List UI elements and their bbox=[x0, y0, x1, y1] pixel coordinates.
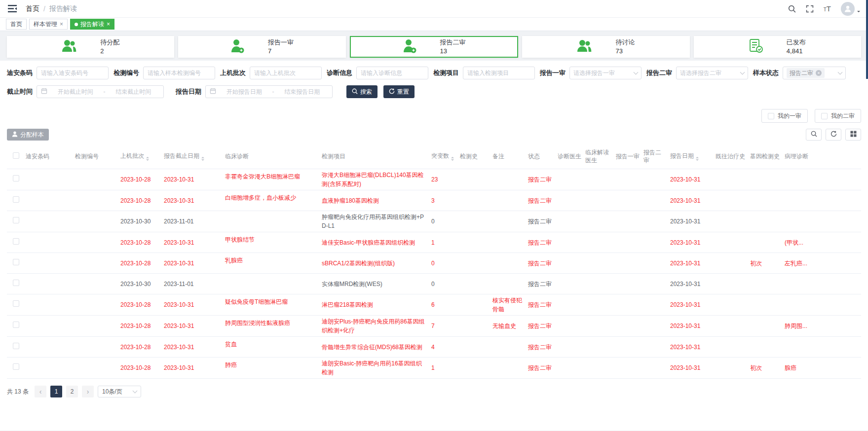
page-button-1[interactable]: 1 bbox=[50, 386, 62, 397]
sort-icon[interactable] bbox=[201, 157, 204, 161]
prev-page-button[interactable]: ‹ bbox=[35, 386, 46, 397]
card-first-review[interactable]: 报告一审7 bbox=[178, 36, 345, 58]
search-icon[interactable] bbox=[788, 5, 796, 13]
row-checkbox[interactable] bbox=[13, 280, 19, 286]
cell-pathology: (甲状... bbox=[783, 232, 861, 253]
column-header-deadline[interactable]: 报告截止日期 bbox=[162, 144, 223, 169]
sort-icon[interactable] bbox=[146, 157, 149, 161]
table-row[interactable]: 2023-10-282023-10-31甲状腺结节迪佳安Basic-甲状腺癌基因… bbox=[7, 232, 861, 253]
my-first-review-label: 我的一审 bbox=[778, 112, 801, 120]
cell-deadline: 2023-10-31 bbox=[162, 169, 223, 190]
cell-project: 血液肿瘤180基因检测 bbox=[320, 190, 429, 211]
my-first-review-button[interactable]: 我的一审 bbox=[761, 109, 808, 123]
deadline-date-range[interactable]: 开始截止时间 - 结束截止时间 bbox=[37, 85, 164, 98]
chevron-down-icon bbox=[634, 70, 639, 75]
row-checkbox[interactable] bbox=[13, 322, 19, 328]
project-input[interactable] bbox=[463, 67, 535, 79]
doctor-icon bbox=[230, 38, 244, 55]
table-row[interactable]: 2023-10-282023-10-31非霍奇金弥漫大B细胞淋巴瘤弥漫大B细胞淋… bbox=[7, 169, 861, 190]
column-header-barcode: 迪安条码 bbox=[24, 144, 73, 169]
cell-test_no bbox=[73, 232, 118, 253]
next-page-button[interactable]: › bbox=[82, 386, 94, 397]
breadcrumb-home[interactable]: 首页 bbox=[26, 4, 39, 13]
scrollbar-thumb[interactable] bbox=[866, 0, 868, 79]
row-checkbox[interactable] bbox=[13, 300, 19, 307]
cell-batch: 2023-10-28 bbox=[118, 190, 162, 211]
test-number-input[interactable] bbox=[143, 67, 215, 79]
card-to-discuss[interactable]: 待讨论73 bbox=[522, 36, 689, 58]
table-row[interactable]: 2023-10-282023-10-31肺周围型浸润性黏液腺癌迪朗安Plus-肺… bbox=[7, 316, 861, 337]
date-start-placeholder: 开始截止时间 bbox=[49, 88, 102, 96]
filter-label: 报告一审 bbox=[540, 69, 566, 77]
cell-deadline: 2023-10-31 bbox=[162, 358, 223, 379]
cell-deadline: 2023-10-31 bbox=[162, 253, 223, 274]
column-header-batch[interactable]: 上机批次 bbox=[118, 144, 162, 169]
diagnosis-input[interactable] bbox=[356, 67, 428, 79]
sort-icon[interactable] bbox=[696, 157, 699, 161]
second-review-select[interactable]: 请选择报告二审 bbox=[676, 67, 748, 79]
table-row[interactable]: 2023-10-282023-10-31肺癌迪朗安Basic-肺癌靶向用药16基… bbox=[7, 358, 861, 379]
row-checkbox[interactable] bbox=[13, 343, 19, 349]
row-checkbox[interactable] bbox=[13, 363, 19, 370]
tab-home[interactable]: 首页 bbox=[6, 19, 27, 30]
cell-remark bbox=[491, 232, 526, 253]
page-button-2[interactable]: 2 bbox=[66, 386, 78, 397]
tab-sample-management[interactable]: 样本管理 × bbox=[29, 19, 68, 30]
cell-pathology bbox=[783, 294, 861, 316]
top-bar: 首页 / 报告解读 TT bbox=[0, 0, 868, 18]
column-header-review2: 报告二审 bbox=[642, 144, 668, 169]
user-menu[interactable] bbox=[841, 2, 860, 16]
batch-input[interactable] bbox=[250, 67, 322, 79]
select-all-checkbox[interactable] bbox=[13, 152, 19, 159]
reset-button[interactable]: 重置 bbox=[383, 85, 415, 98]
font-size-icon[interactable]: TT bbox=[824, 5, 831, 13]
page-size-select[interactable]: 10条/页 bbox=[98, 386, 141, 397]
cell-batch: 2023-10-28 bbox=[118, 337, 162, 358]
tag-close-icon[interactable]: × bbox=[816, 70, 822, 76]
card-to-assign[interactable]: 待分配2 bbox=[7, 36, 174, 58]
row-checkbox[interactable] bbox=[13, 259, 19, 265]
fullscreen-icon[interactable] bbox=[806, 5, 814, 13]
cell-diagnosis bbox=[223, 211, 320, 232]
search-button[interactable]: 搜索 bbox=[346, 85, 377, 98]
sort-icon[interactable] bbox=[451, 157, 454, 161]
row-checkbox[interactable] bbox=[13, 238, 19, 245]
close-icon[interactable]: × bbox=[107, 21, 110, 27]
row-checkbox[interactable] bbox=[13, 196, 19, 203]
column-header-mutations[interactable]: 突变数 bbox=[429, 144, 458, 169]
cell-gene_test_history bbox=[748, 211, 783, 232]
table-columns-button[interactable] bbox=[845, 129, 861, 141]
row-checkbox[interactable] bbox=[13, 217, 19, 223]
close-icon[interactable]: × bbox=[60, 21, 63, 27]
table-row[interactable]: 2023-10-282023-10-31白细胞增多症，血小板减少血液肿瘤180基… bbox=[7, 190, 861, 211]
row-checkbox[interactable] bbox=[13, 175, 19, 181]
collapse-sidebar-icon[interactable] bbox=[8, 5, 17, 12]
table-row[interactable]: 2023-10-282023-10-31乳腺癌sBRCA1/2基因检测(组织版)… bbox=[7, 253, 861, 274]
report-date-range[interactable]: 开始报告日期 - 结束报告日期 bbox=[205, 85, 333, 98]
barcode-input[interactable] bbox=[37, 67, 109, 79]
cell-status: 报告二审 bbox=[526, 358, 556, 379]
table-row[interactable]: 2023-10-282023-10-31贫血骨髓增生异常综合征(MDS)68基因… bbox=[7, 337, 861, 358]
cell-deadline: 2023-10-31 bbox=[162, 316, 223, 337]
table-refresh-button[interactable] bbox=[826, 129, 841, 141]
card-second-review[interactable]: 报告二审13 bbox=[350, 36, 518, 58]
sample-status-select[interactable]: 报告二审 × bbox=[783, 67, 846, 79]
assign-samples-button[interactable]: 分配样本 bbox=[7, 129, 49, 141]
table-row[interactable]: 2023-10-302023-11-01肿瘤靶向免疫化疗用药基因组织检测+PD-… bbox=[7, 211, 861, 232]
cell-checkbox bbox=[7, 358, 24, 379]
total-count: 共 13 条 bbox=[7, 388, 29, 396]
table-row[interactable]: 2023-10-282023-10-31疑似免疫母T细胞淋巴瘤淋巴瘤218基因检… bbox=[7, 294, 861, 316]
column-header-report_date[interactable]: 报告日期 bbox=[668, 144, 714, 169]
cell-checkbox bbox=[7, 316, 24, 337]
person-icon bbox=[12, 131, 18, 139]
cell-gene_test_history bbox=[748, 274, 783, 294]
table-search-button[interactable] bbox=[806, 129, 822, 141]
cell-interpreting_doctor bbox=[583, 232, 614, 253]
first-review-select[interactable]: 请选择报告一审 bbox=[569, 67, 642, 79]
card-published[interactable]: 已发布4,841 bbox=[694, 36, 861, 58]
cell-status: 报告二审 bbox=[526, 253, 556, 274]
tab-report-interpretation[interactable]: 报告解读 × bbox=[70, 19, 114, 30]
cell-report_date: 2023-10-31 bbox=[668, 294, 714, 316]
table-row[interactable]: 2023-10-302023-11-01实体瘤MRD检测(WES)0报告二审20… bbox=[7, 274, 861, 294]
my-second-review-button[interactable]: 我的二审 bbox=[815, 109, 861, 123]
